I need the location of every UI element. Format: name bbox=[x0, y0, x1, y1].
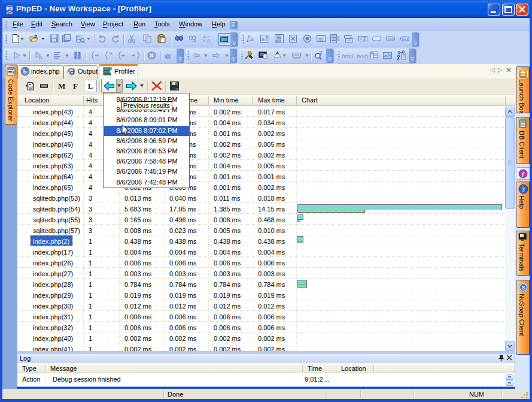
svg-text:hid: hid bbox=[318, 37, 323, 41]
svg-text:Sub: Sub bbox=[388, 37, 394, 41]
svg-text:x: x bbox=[360, 37, 363, 41]
svg-text:P4P: P4P bbox=[7, 11, 13, 15]
svg-text:B: B bbox=[207, 38, 210, 44]
svg-text:a: a bbox=[262, 36, 265, 42]
svg-text:ED: ED bbox=[7, 7, 12, 11]
svg-text:Res: Res bbox=[402, 37, 409, 41]
svg-text:S: S bbox=[521, 285, 525, 291]
svg-text:D: D bbox=[39, 56, 42, 60]
svg-text:?: ? bbox=[522, 186, 525, 193]
svg-text:A: A bbox=[203, 34, 206, 40]
